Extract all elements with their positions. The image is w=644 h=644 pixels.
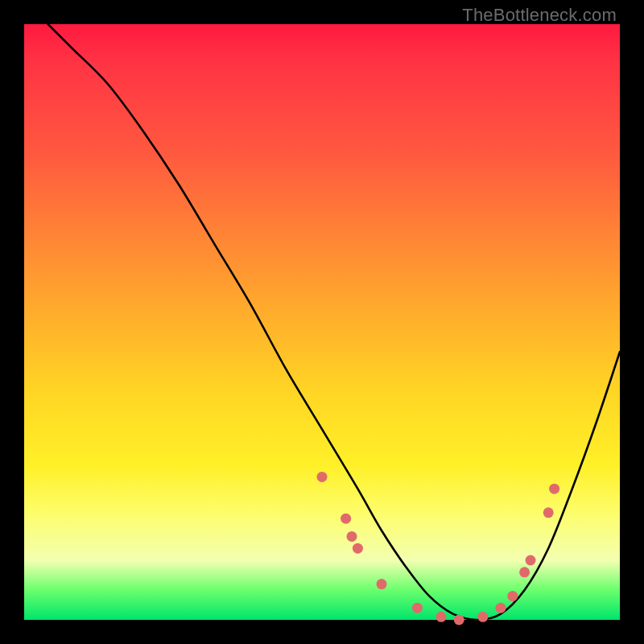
curve-marker xyxy=(454,615,464,625)
chart-svg xyxy=(24,24,620,620)
curve-marker xyxy=(347,531,357,542)
curve-marker xyxy=(496,603,506,613)
curve-marker xyxy=(477,612,488,622)
curve-marker xyxy=(519,567,530,577)
curve-marker xyxy=(317,472,328,482)
curve-marker xyxy=(377,579,387,589)
curve-marker xyxy=(526,555,536,566)
chart-stage: TheBottleneck.com xyxy=(0,0,644,644)
curve-marker xyxy=(507,591,518,601)
curve-marker xyxy=(436,612,447,622)
curve-marker xyxy=(549,484,559,494)
bottleneck-curve xyxy=(48,24,620,620)
curve-marker xyxy=(341,514,351,524)
curve-marker xyxy=(543,507,554,518)
watermark-text: TheBottleneck.com xyxy=(462,5,617,26)
curve-markers xyxy=(317,472,560,625)
curve-marker xyxy=(412,603,423,613)
curve-marker xyxy=(353,543,363,554)
plot-area xyxy=(24,24,620,620)
